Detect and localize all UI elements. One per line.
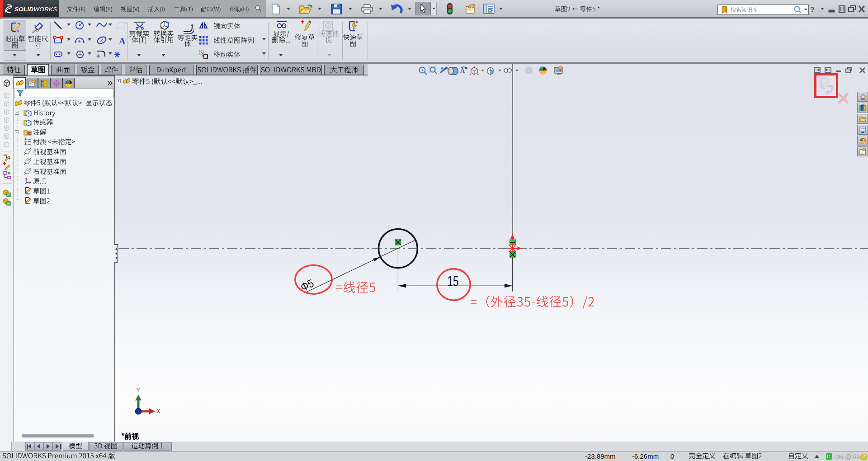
svg-text:Y: Y <box>137 388 140 394</box>
svg-text:Φ5: Φ5 <box>298 277 316 294</box>
svg-text:X: X <box>157 409 160 415</box>
svg-text:15: 15 <box>448 273 459 289</box>
svg-text:Z: Z <box>137 409 140 414</box>
svg-text:?: ? <box>811 5 815 14</box>
svg-text:A: A <box>119 36 126 46</box>
svg-text:C: C <box>827 454 830 459</box>
svg-text:SOLIDWORKS: SOLIDWORKS <box>14 6 57 13</box>
